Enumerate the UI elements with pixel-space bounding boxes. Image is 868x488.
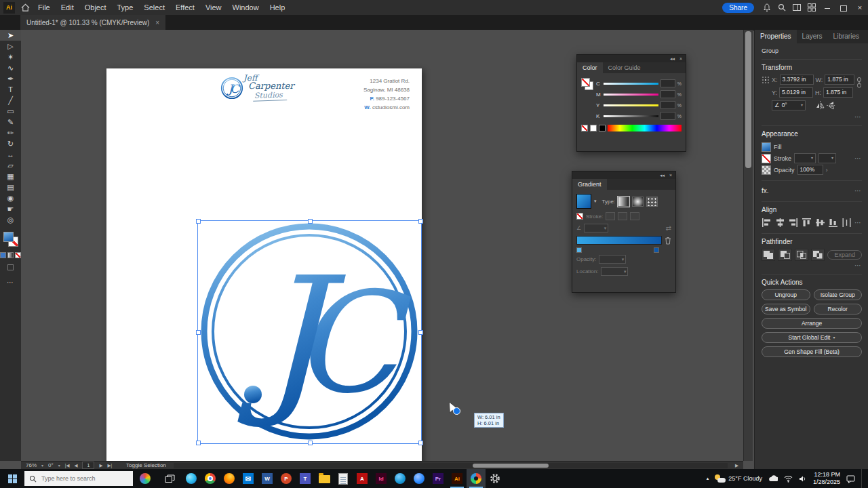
- distribute-horizontal-icon[interactable]: [841, 218, 852, 228]
- start-button[interactable]: [0, 469, 24, 488]
- handle-top-left[interactable]: [196, 219, 201, 224]
- gradient-location-field[interactable]: ▾: [601, 267, 628, 276]
- share-button[interactable]: Share: [722, 3, 754, 13]
- notepad-app-icon[interactable]: [334, 469, 353, 488]
- radial-gradient-type-icon[interactable]: [632, 197, 644, 207]
- intersect-icon[interactable]: [795, 249, 808, 261]
- show-desktop-button[interactable]: [861, 469, 865, 488]
- h-field[interactable]: 1.875 in: [823, 87, 853, 98]
- blue-app-1-icon[interactable]: [391, 469, 410, 488]
- none-swatch[interactable]: [581, 125, 588, 131]
- horizontal-scrollbar[interactable]: [174, 463, 728, 468]
- gradient-stop-left[interactable]: [576, 247, 582, 253]
- delete-stop-trash-icon[interactable]: [665, 237, 671, 245]
- settings-app-icon[interactable]: [486, 469, 505, 488]
- exclude-icon[interactable]: [811, 249, 825, 261]
- menu-view[interactable]: View: [200, 0, 227, 15]
- stroke-options-select[interactable]: ▾: [818, 153, 836, 163]
- paintbrush-tool[interactable]: ✎: [0, 117, 21, 127]
- magenta-value-field[interactable]: [660, 90, 675, 98]
- direct-selection-tool[interactable]: ▷: [0, 41, 21, 52]
- collapse-panel-icon[interactable]: ◂◂: [660, 173, 665, 178]
- rectangle-tool[interactable]: ▭: [0, 106, 21, 117]
- task-view-icon[interactable]: [157, 469, 182, 488]
- gradient-mode-icon[interactable]: [7, 252, 14, 258]
- last-artboard-icon[interactable]: ▶|: [107, 463, 112, 468]
- align-center-horizontal-icon[interactable]: [775, 218, 786, 228]
- pen-tool[interactable]: ✒: [0, 73, 21, 84]
- cortana-icon[interactable]: [133, 469, 157, 488]
- previous-artboard-icon[interactable]: ◀: [74, 463, 77, 468]
- white-swatch[interactable]: [590, 125, 597, 131]
- w-field[interactable]: 1.875 in: [825, 75, 854, 85]
- opacity-expand-icon[interactable]: ›: [826, 167, 828, 174]
- document-tab[interactable]: Untitled-1* @ 101.33 % (CMYK/Preview) ×: [20, 15, 165, 30]
- horizontal-scrollbar-thumb[interactable]: [473, 464, 549, 468]
- start-global-edit-button[interactable]: Start Global Edit ▾: [762, 332, 862, 343]
- zoom-tool[interactable]: ◎: [0, 214, 21, 225]
- weather-widget[interactable]: 25°F Cloudy: [715, 474, 762, 483]
- color-spectrum-bar[interactable]: [608, 125, 682, 131]
- yellow-slider[interactable]: [604, 104, 658, 106]
- linear-gradient-type-icon[interactable]: [618, 197, 629, 207]
- premiere-app-icon[interactable]: Pr: [429, 469, 448, 488]
- gradient-angle-field[interactable]: ▾: [584, 224, 608, 232]
- search-icon[interactable]: [774, 0, 789, 15]
- ungroup-button[interactable]: Ungroup: [762, 289, 810, 300]
- artboard-number-field[interactable]: 1: [82, 462, 94, 469]
- fill-proxy-swatch[interactable]: [581, 78, 590, 87]
- gradient-slider-bar[interactable]: [576, 236, 662, 245]
- close-panel-icon[interactable]: ×: [669, 173, 672, 178]
- none-mode-icon[interactable]: [15, 252, 21, 258]
- fx-more-options-icon[interactable]: ⋯: [854, 187, 862, 195]
- hidden-icons-chevron[interactable]: ▴: [707, 476, 709, 481]
- align-center-vertical-icon[interactable]: [814, 218, 825, 228]
- volume-icon[interactable]: [799, 475, 807, 483]
- stroke-none-swatch[interactable]: [576, 213, 583, 220]
- rotate-select[interactable]: ∠ 0° ▾: [772, 100, 806, 110]
- close-tab-icon[interactable]: ×: [155, 19, 159, 26]
- active-colorful-app-icon[interactable]: [467, 469, 486, 488]
- network-wifi-icon[interactable]: [784, 475, 793, 483]
- handle-middle-right[interactable]: [418, 330, 423, 335]
- arrange-documents-icon[interactable]: [789, 0, 804, 15]
- black-value-field[interactable]: [660, 112, 675, 120]
- brand-text[interactable]: Jeff Carpenter Studios: [243, 74, 294, 101]
- minimize-button[interactable]: [819, 0, 835, 15]
- align-left-icon[interactable]: [762, 218, 772, 228]
- width-tool[interactable]: ↔: [0, 149, 21, 160]
- color-mode-icon[interactable]: [0, 252, 6, 258]
- zoom-dropdown-icon[interactable]: ▾: [41, 463, 43, 468]
- first-artboard-icon[interactable]: |◀: [65, 463, 70, 468]
- edge-app-icon[interactable]: [182, 469, 201, 488]
- stroke-weight-field[interactable]: ▾: [794, 153, 816, 163]
- cyan-value-field[interactable]: [660, 79, 675, 87]
- maximize-button[interactable]: [835, 0, 852, 15]
- taskbar-clock[interactable]: 12:18 PM 1/28/2025: [813, 471, 840, 486]
- handle-bottom-left[interactable]: [196, 441, 201, 445]
- tab-gradient[interactable]: Gradient: [572, 179, 607, 190]
- y-field[interactable]: 5.0129 in: [779, 87, 813, 98]
- minus-front-icon[interactable]: [778, 249, 791, 261]
- pathfinder-more-options-icon[interactable]: ⋯: [854, 262, 862, 269]
- gradient-thumb-dropdown-icon[interactable]: ▾: [594, 199, 597, 204]
- eyedropper-tool[interactable]: ◉: [0, 192, 21, 203]
- menu-edit[interactable]: Edit: [56, 0, 79, 15]
- save-as-symbol-button[interactable]: Save as Symbol: [762, 304, 810, 314]
- action-center-icon[interactable]: [846, 474, 855, 483]
- letterhead-logo-small[interactable]: JC: [220, 76, 243, 100]
- zoom-level-select[interactable]: 76%: [26, 462, 37, 468]
- magic-wand-tool[interactable]: ✶: [0, 52, 21, 62]
- tab-layers[interactable]: Layers: [797, 30, 828, 43]
- hand-tool[interactable]: ☛: [0, 203, 21, 214]
- unite-icon[interactable]: [762, 249, 775, 261]
- close-window-button[interactable]: ×: [852, 0, 868, 15]
- scroll-right-arrow-icon[interactable]: ▶: [735, 463, 738, 468]
- flip-vertical-icon[interactable]: [827, 101, 835, 110]
- mail-app-icon[interactable]: ✉: [239, 469, 258, 488]
- vertical-scrollbar-thumb[interactable]: [745, 31, 751, 168]
- stroke-color-swatch[interactable]: [762, 154, 771, 163]
- arrange-button[interactable]: Arrange: [762, 318, 862, 329]
- address-block[interactable]: 1234 Gratiot Rd. Saginaw, MI 48638 P. 98…: [363, 77, 410, 112]
- draw-mode-icon[interactable]: [7, 264, 14, 270]
